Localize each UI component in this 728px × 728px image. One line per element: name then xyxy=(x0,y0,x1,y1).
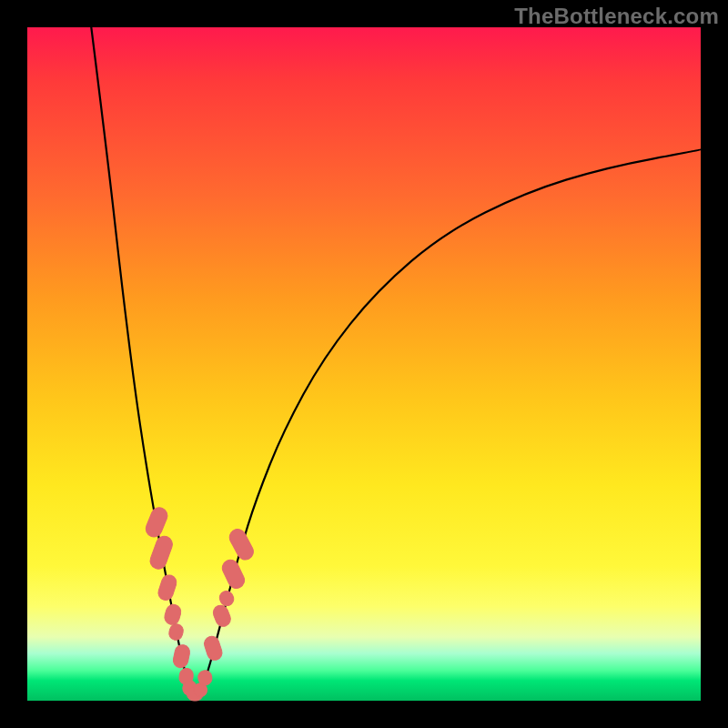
plot-area xyxy=(27,27,701,701)
sample-marker xyxy=(219,557,247,591)
curve-layer xyxy=(27,27,701,701)
watermark-text: TheBottleneck.com xyxy=(514,4,719,29)
sample-marker xyxy=(227,526,256,562)
marker-group xyxy=(144,505,257,701)
curve-right-branch xyxy=(200,150,701,693)
curve-left-branch xyxy=(91,27,191,693)
sample-marker xyxy=(211,603,233,629)
sample-marker xyxy=(148,534,175,571)
sample-marker xyxy=(202,634,224,662)
chart-frame: TheBottleneck.com xyxy=(0,0,728,728)
sample-marker xyxy=(172,643,191,669)
sample-marker xyxy=(167,622,185,642)
sample-marker xyxy=(163,602,183,626)
sample-marker xyxy=(144,505,170,540)
sample-marker xyxy=(157,573,178,602)
